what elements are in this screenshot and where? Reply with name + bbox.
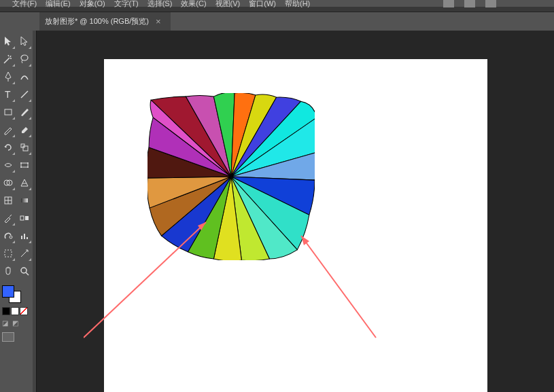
line-tool[interactable]	[16, 86, 33, 103]
svg-rect-20	[21, 236, 22, 239]
fill-stroke-mode	[0, 307, 33, 315]
artboard-tool[interactable]	[0, 245, 16, 262]
svg-marker-29	[301, 236, 309, 245]
paintbrush-tool[interactable]	[16, 103, 33, 121]
menu-object[interactable]: 对象(O)	[80, 0, 105, 9]
menu-effect[interactable]: 效果(C)	[181, 0, 206, 9]
draw-normal-icon[interactable]: ◪	[2, 319, 8, 327]
color-swatch[interactable]	[0, 285, 33, 303]
menu-help[interactable]: 帮助(H)	[285, 0, 310, 9]
svg-rect-6	[21, 163, 28, 167]
zoom-tool[interactable]	[16, 262, 33, 280]
svg-line-2	[21, 91, 28, 98]
workspace-icon[interactable]	[485, 0, 496, 7]
svg-point-7	[20, 162, 22, 164]
menu-bar: 文件(F) 编辑(E) 对象(O) 文字(T) 选择(S) 效果(C) 视图(V…	[0, 0, 554, 7]
fill-none-mode[interactable]	[20, 307, 28, 315]
foreground-color[interactable]	[2, 285, 14, 298]
svg-line-25	[26, 272, 29, 275]
svg-point-24	[21, 268, 27, 273]
magic-wand-tool[interactable]	[0, 50, 16, 68]
svg-point-19	[10, 236, 12, 238]
svg-rect-5	[23, 146, 28, 151]
menubar-right-icons	[443, 0, 496, 7]
selection-tool[interactable]	[0, 33, 16, 50]
draw-behind-icon[interactable]: ◩	[12, 319, 18, 327]
workspace: T	[0, 31, 554, 392]
svg-rect-22	[27, 237, 28, 239]
lasso-tool[interactable]	[16, 50, 33, 68]
eyedropper-tool[interactable]	[0, 209, 16, 227]
rotate-tool[interactable]	[0, 139, 16, 156]
slice-tool[interactable]	[16, 245, 33, 262]
document-tab[interactable]: 放射图形* @ 100% (RGB/预览) ×	[39, 12, 171, 31]
canvas[interactable]	[104, 59, 487, 392]
annotation-arrow-left	[84, 209, 220, 344]
type-tool[interactable]: T	[0, 86, 16, 103]
svg-rect-3	[5, 109, 12, 115]
menu-file[interactable]: 文件(F)	[12, 0, 37, 9]
menu-window[interactable]: 窗口(W)	[249, 0, 276, 9]
menu-edit[interactable]: 编辑(E)	[46, 0, 71, 9]
toolbox: T	[0, 31, 33, 392]
tab-title: 放射图形* @ 100% (RGB/预览)	[45, 16, 149, 26]
svg-point-10	[27, 166, 29, 168]
svg-line-28	[301, 236, 376, 338]
menu-select[interactable]: 选择(S)	[148, 0, 173, 9]
menu-view[interactable]: 视图(V)	[215, 0, 241, 9]
width-tool[interactable]	[0, 156, 16, 174]
annotation-arrow-right	[294, 229, 396, 344]
blend-tool[interactable]	[16, 209, 33, 227]
svg-rect-18	[25, 216, 29, 220]
svg-rect-23	[5, 250, 12, 257]
svg-rect-16	[21, 198, 28, 202]
arrange-icon[interactable]	[464, 0, 475, 7]
fill-gradient-mode[interactable]	[11, 307, 19, 315]
tab-bar: 放射图形* @ 100% (RGB/预览) ×	[0, 12, 554, 31]
curvature-tool[interactable]	[16, 68, 33, 86]
svg-point-0	[21, 55, 28, 60]
menu-type[interactable]: 文字(T)	[114, 0, 139, 9]
gradient-tool[interactable]	[16, 192, 33, 209]
pencil-tool[interactable]	[0, 121, 16, 139]
mesh-tool[interactable]	[0, 192, 16, 209]
svg-line-26	[84, 222, 206, 338]
hand-tool[interactable]	[0, 262, 16, 280]
scale-tool[interactable]	[16, 139, 33, 156]
svg-text:T: T	[5, 89, 11, 100]
shape-builder-tool[interactable]	[0, 174, 16, 192]
canvas-area[interactable]	[36, 31, 554, 392]
svg-rect-17	[20, 216, 24, 220]
pen-tool[interactable]	[0, 68, 16, 86]
perspective-tool[interactable]	[16, 174, 33, 192]
direct-selection-tool[interactable]	[16, 33, 33, 50]
svg-point-9	[20, 166, 22, 168]
column-graph-tool[interactable]	[16, 227, 33, 245]
rectangle-tool[interactable]	[0, 103, 16, 121]
symbol-tool[interactable]	[0, 227, 16, 245]
stock-icon[interactable]	[443, 0, 454, 7]
screen-mode[interactable]	[0, 332, 33, 342]
draw-modes: ◪ ◩	[0, 319, 33, 327]
svg-point-8	[27, 162, 29, 164]
tab-close-icon[interactable]: ×	[156, 16, 161, 26]
svg-rect-21	[24, 234, 25, 239]
eraser-tool[interactable]	[16, 121, 33, 139]
free-transform-tool[interactable]	[16, 156, 33, 174]
fill-color-mode[interactable]	[2, 307, 10, 315]
